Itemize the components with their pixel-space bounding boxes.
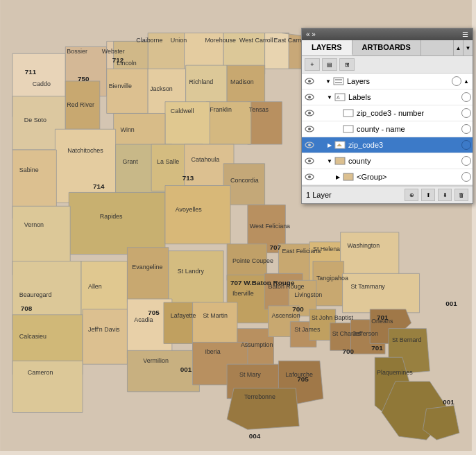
layer-type-icon-zip-code3 [334, 140, 346, 150]
layer-row-group[interactable]: ▶ <Group> [302, 169, 473, 185]
svg-marker-58 [127, 350, 199, 391]
svg-marker-33 [313, 261, 344, 306]
svg-rect-169 [343, 173, 353, 180]
svg-rect-148 [335, 79, 342, 80]
panel-toolbar: + ▤ ⊞ [302, 56, 473, 74]
svg-marker-20 [55, 129, 115, 203]
layers-list: ▼ Layers ▲ ▼ A Labels [302, 74, 473, 186]
circle-labels [461, 92, 471, 102]
svg-marker-27 [165, 186, 230, 244]
svg-rect-159 [343, 126, 353, 132]
circle-zip-number [461, 108, 471, 118]
move-down-footer-btn[interactable]: ⬇ [438, 189, 452, 201]
visibility-icon-zip-code3[interactable] [303, 139, 316, 151]
visibility-icon-group[interactable] [303, 171, 316, 183]
svg-marker-11 [65, 81, 100, 129]
svg-marker-44 [83, 309, 127, 364]
new-group-btn[interactable]: ▤ [322, 58, 337, 71]
scroll-down-btn[interactable]: ▼ [463, 40, 473, 55]
expand-arrow-group[interactable]: ▶ [334, 173, 342, 181]
move-up-footer-btn[interactable]: ⬆ [421, 189, 435, 201]
svg-point-146 [308, 80, 311, 83]
layer-row-zip-number[interactable]: ▶ zip_code3 - number [302, 105, 473, 121]
layer-type-icon-zip-number [342, 108, 355, 118]
expand-arrow-zip-code3[interactable]: ▶ [325, 141, 334, 149]
scroll-layers[interactable]: ▲ [461, 78, 471, 85]
layer-name-group: <Group> [357, 173, 460, 181]
tab-artboards[interactable]: ARTBOARDS [352, 40, 421, 55]
layer-type-icon-county [334, 156, 346, 166]
svg-marker-12 [107, 69, 148, 113]
layer-row-labels[interactable]: ▼ A Labels [302, 89, 473, 105]
svg-marker-16 [248, 102, 282, 144]
layer-type-icon-county-name [342, 124, 355, 134]
svg-text:A: A [337, 95, 340, 100]
svg-point-151 [308, 96, 311, 98]
tab-layers[interactable]: LAYERS [302, 40, 352, 55]
visibility-icon-county-name[interactable] [303, 123, 316, 135]
new-artboard-btn[interactable]: ⊞ [339, 58, 355, 71]
visibility-icon-county[interactable] [303, 155, 316, 167]
svg-rect-156 [343, 110, 353, 117]
svg-marker-37 [81, 261, 127, 316]
panel-title-text: « » [306, 31, 316, 38]
layer-name-county-name: county - name [357, 125, 460, 133]
svg-point-155 [308, 112, 311, 114]
new-layer-btn[interactable]: + [305, 58, 320, 71]
panel-tabs: LAYERS ARTBOARDS ▲ ▼ [302, 40, 473, 56]
svg-marker-7 [265, 33, 289, 69]
layer-row-layers[interactable]: ▼ Layers ▲ [302, 74, 473, 89]
svg-marker-17 [206, 102, 250, 144]
scroll-up-btn[interactable]: ▲ [453, 40, 463, 55]
layer-type-icon-group [342, 172, 355, 182]
layers-panel: « » ☰ LAYERS ARTBOARDS ▲ ▼ + ▤ ⊞ ▼ Layer… [301, 28, 473, 204]
layer-name-zip-number: zip_code3 - number [357, 109, 460, 117]
panel-titlebar: « » ☰ [302, 28, 473, 40]
svg-point-161 [308, 144, 311, 146]
svg-point-158 [308, 128, 311, 130]
panel-footer: 1 Layer ⊕ ⬆ ⬇ 🗑 [302, 186, 473, 203]
visibility-icon-layers[interactable] [303, 75, 316, 87]
visibility-icon-labels[interactable] [303, 91, 316, 103]
layer-type-icon-layers [332, 76, 345, 86]
expand-arrow-county[interactable]: ▼ [325, 157, 334, 165]
layer-name-county: county [348, 157, 460, 165]
layer-type-icon-labels: A [334, 92, 346, 102]
circle-group [461, 172, 471, 182]
svg-marker-38 [127, 248, 168, 302]
svg-marker-39 [169, 251, 223, 309]
circle-county [461, 156, 471, 166]
svg-rect-149 [335, 82, 342, 83]
layer-row-county-name[interactable]: ▶ county - name [302, 121, 473, 137]
circle-zip-code3 [461, 140, 471, 150]
layer-name-zip-code3: zip_code3 [348, 141, 460, 149]
svg-marker-62 [227, 388, 299, 429]
circle-layers [452, 76, 461, 86]
layer-name-labels: Labels [348, 93, 460, 101]
layer-row-county[interactable]: ▼ county [302, 153, 473, 169]
layer-name-layers: Layers [347, 77, 450, 85]
delete-footer-btn[interactable]: 🗑 [454, 189, 468, 201]
svg-marker-18 [165, 102, 210, 144]
layer-row-zip-code3[interactable]: ▶ zip_code3 [302, 137, 473, 153]
new-layer-footer-btn[interactable]: ⊕ [405, 189, 418, 201]
svg-marker-34 [343, 273, 420, 312]
svg-point-168 [308, 175, 311, 178]
expand-arrow-layers[interactable]: ▼ [324, 77, 332, 85]
svg-point-165 [308, 160, 311, 162]
svg-marker-26 [69, 192, 165, 254]
visibility-icon-zip-number[interactable] [303, 107, 316, 119]
svg-marker-57 [12, 361, 83, 412]
svg-rect-166 [335, 157, 345, 164]
layer-count: 1 Layer [306, 191, 402, 199]
expand-arrow-labels[interactable]: ▼ [325, 93, 334, 101]
circle-county-name [461, 124, 471, 134]
panel-menu-icon[interactable]: ☰ [462, 31, 468, 38]
svg-rect-147 [334, 78, 343, 85]
